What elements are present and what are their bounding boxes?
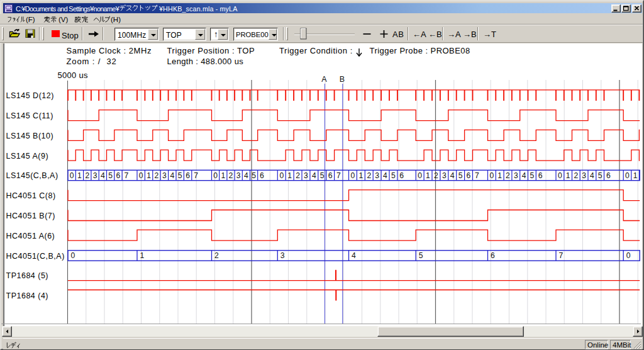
svg-text:4: 4 <box>522 171 526 180</box>
svg-text:2: 2 <box>214 251 219 260</box>
svg-text:3: 3 <box>93 171 97 180</box>
svg-text:4: 4 <box>244 171 248 180</box>
svg-text:A: A <box>321 75 327 84</box>
svg-text:4: 4 <box>170 171 174 180</box>
svg-text:3: 3 <box>442 171 447 180</box>
svg-text:3: 3 <box>375 171 379 180</box>
svg-text:4: 4 <box>352 251 356 260</box>
svg-text:0: 0 <box>351 171 355 180</box>
svg-text:7: 7 <box>125 171 129 180</box>
svg-text:7: 7 <box>194 171 198 180</box>
svg-text:1: 1 <box>287 171 292 180</box>
svg-text:1: 1 <box>566 171 570 180</box>
svg-text:1: 1 <box>147 171 151 180</box>
svg-text:6: 6 <box>328 171 333 180</box>
svg-text:6: 6 <box>116 171 121 180</box>
svg-text:0: 0 <box>490 171 494 180</box>
svg-text:4: 4 <box>312 171 316 180</box>
svg-text:1: 1 <box>358 171 363 180</box>
svg-text:0: 0 <box>213 171 218 180</box>
svg-text:3: 3 <box>514 171 518 180</box>
svg-text:4: 4 <box>590 171 594 180</box>
svg-text:6: 6 <box>399 171 404 180</box>
svg-text:0: 0 <box>418 171 422 180</box>
svg-text:1: 1 <box>633 171 638 180</box>
svg-text:7: 7 <box>336 171 341 180</box>
svg-text:3: 3 <box>162 171 167 180</box>
svg-text:5: 5 <box>419 251 423 260</box>
svg-text:2: 2 <box>85 171 89 180</box>
svg-text:6: 6 <box>538 171 543 180</box>
svg-text:5: 5 <box>320 171 325 180</box>
svg-text:5: 5 <box>530 171 535 180</box>
svg-text:6: 6 <box>491 251 495 260</box>
svg-text:2: 2 <box>229 171 233 180</box>
svg-text:3: 3 <box>304 171 308 180</box>
svg-text:4: 4 <box>450 171 455 180</box>
svg-text:2: 2 <box>434 171 438 180</box>
svg-text:5: 5 <box>458 171 463 180</box>
svg-text:5: 5 <box>391 171 396 180</box>
svg-text:B: B <box>340 75 345 84</box>
svg-text:0: 0 <box>279 171 284 180</box>
svg-text:1: 1 <box>497 171 502 180</box>
svg-text:1: 1 <box>426 171 430 180</box>
svg-text:3: 3 <box>582 171 586 180</box>
svg-text:4: 4 <box>101 171 105 180</box>
svg-text:3: 3 <box>280 251 285 260</box>
svg-text:5: 5 <box>598 171 602 180</box>
svg-text:0: 0 <box>625 171 630 180</box>
svg-text:5: 5 <box>252 171 256 180</box>
svg-text:1: 1 <box>140 251 145 260</box>
svg-text:0: 0 <box>139 171 143 180</box>
svg-text:3: 3 <box>236 171 241 180</box>
svg-text:2: 2 <box>506 171 510 180</box>
svg-text:0: 0 <box>626 251 631 260</box>
svg-text:2: 2 <box>296 171 300 180</box>
svg-text:6: 6 <box>606 171 611 180</box>
svg-text:0: 0 <box>71 251 75 260</box>
svg-text:6: 6 <box>260 171 264 180</box>
svg-text:0: 0 <box>558 171 562 180</box>
svg-text:1: 1 <box>77 171 82 180</box>
svg-text:1: 1 <box>221 171 225 180</box>
svg-text:2: 2 <box>367 171 371 180</box>
svg-text:5: 5 <box>108 171 113 180</box>
svg-text:6: 6 <box>467 171 471 180</box>
svg-text:6: 6 <box>186 171 190 180</box>
svg-text:5: 5 <box>178 171 182 180</box>
svg-text:7: 7 <box>475 171 479 180</box>
svg-text:2: 2 <box>574 171 579 180</box>
svg-text:0: 0 <box>70 171 74 180</box>
svg-text:7: 7 <box>559 251 564 260</box>
svg-text:4: 4 <box>383 171 387 180</box>
svg-text:2: 2 <box>155 171 159 180</box>
